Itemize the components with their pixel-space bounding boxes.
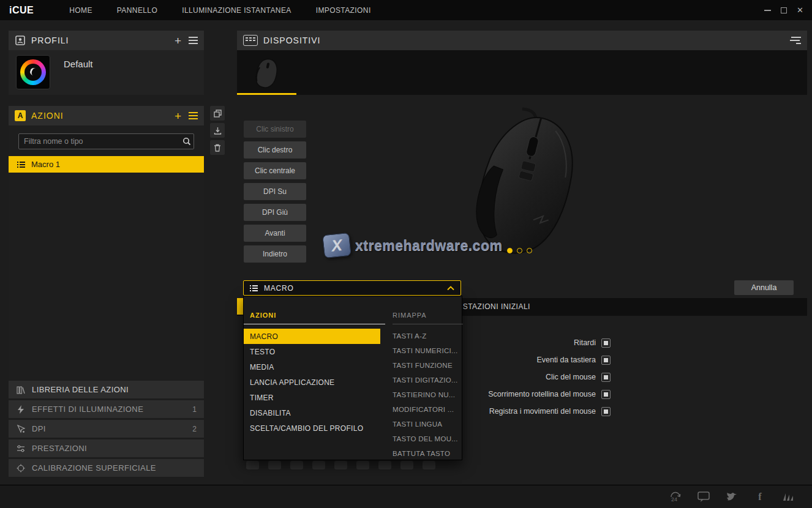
btn-avanti[interactable]: Avanti <box>244 225 306 242</box>
action-type-select[interactable]: MACRO <box>243 280 461 296</box>
device-image <box>450 107 603 262</box>
section-label: PRESTAZIONI <box>32 444 87 453</box>
actions-badge-icon: A <box>15 110 26 121</box>
btn-dpi-giu[interactable]: DPI Giù <box>244 204 306 221</box>
tab-mouse-device[interactable] <box>237 50 296 95</box>
option-tasti-a-z[interactable]: TASTI A-Z <box>393 329 463 343</box>
macro-toolbar-button[interactable] <box>334 461 347 469</box>
view-dot-3[interactable] <box>527 248 532 253</box>
nav-home[interactable]: HOME <box>69 6 92 15</box>
actions-menu-icon[interactable] <box>189 112 198 119</box>
action-type-dropdown-popup: AZIONI RIMAPPA MACRO TESTO MEDIA LANCIA … <box>243 296 462 460</box>
option-tasti-numerici[interactable]: TASTI NUMERICI... <box>393 343 463 358</box>
nav-impostazioni[interactable]: IMPOSTAZIONI <box>316 6 371 15</box>
eventi-da-tastiera-checkbox[interactable] <box>601 356 611 365</box>
option-tasti-funzione[interactable]: TASTI FUNZIONE <box>393 358 463 373</box>
rimappa-column-header: RIMAPPA <box>393 312 427 319</box>
top-navigation: HOME PANNELLO ILLUMINAZIONE ISTANTANEA I… <box>69 6 370 15</box>
option-lancia-applicazione[interactable]: LANCIA APPLICAZIONE <box>244 375 380 390</box>
ritardi-checkbox[interactable] <box>601 338 611 348</box>
option-tasto-del-mouse[interactable]: TASTO DEL MOU... <box>393 431 463 446</box>
rimappa-options: TASTI A-Z TASTI NUMERICI... TASTI FUNZIO… <box>393 329 463 461</box>
profiles-list: Default <box>9 50 204 95</box>
macro-toolbar-button[interactable] <box>400 461 413 469</box>
macro-toolbar-button[interactable] <box>290 461 303 469</box>
macro-toolbar-button[interactable] <box>423 461 435 469</box>
macro-toolbar <box>246 461 435 469</box>
add-action-icon[interactable]: + <box>175 110 181 122</box>
section-label: DPI <box>32 424 46 433</box>
actions-filter-input[interactable] <box>19 137 179 146</box>
mouse-image <box>450 107 603 260</box>
action-item-macro-1[interactable]: Macro 1 <box>9 156 204 173</box>
option-scelta-cambio-profilo[interactable]: SCELTA/CAMBIO DEL PROFILO <box>244 420 380 436</box>
btn-indietro[interactable]: Indietro <box>244 245 306 263</box>
option-testo[interactable]: TESTO <box>244 344 380 359</box>
btn-dpi-su[interactable]: DPI Su <box>244 183 306 200</box>
button-assignment-list: Clic sinistro Clic destro Clic centrale … <box>244 121 306 263</box>
section-calibrazione-superficiale[interactable]: CALIBRAZIONE SUPERFICIALE <box>9 459 204 477</box>
delete-action-button[interactable] <box>210 140 225 155</box>
search-icon[interactable] <box>179 136 194 146</box>
copy-action-button[interactable] <box>210 106 225 121</box>
profiles-menu-icon[interactable] <box>189 37 198 44</box>
profile-name[interactable]: Default <box>64 59 93 69</box>
btn-clic-centrale[interactable]: Clic centrale <box>244 162 306 179</box>
corsair-sails-icon[interactable] <box>781 490 795 504</box>
btn-clic-destro[interactable]: Clic destro <box>244 141 306 159</box>
view-dot-1[interactable] <box>507 248 513 253</box>
scorrimento-rotellina-checkbox[interactable] <box>601 390 611 399</box>
profile-avatar[interactable] <box>16 55 50 89</box>
lightning-icon <box>16 405 26 414</box>
option-timer[interactable]: TIMER <box>244 390 380 405</box>
option-tasti-digitazione[interactable]: TASTI DIGITAZIO... <box>393 373 463 387</box>
social-links: 24 f <box>669 490 795 504</box>
macro-toolbar-button[interactable] <box>356 461 369 469</box>
profile-logo-ring <box>20 59 46 85</box>
mouse-thumbnail <box>250 56 284 89</box>
macro-toolbar-button[interactable] <box>378 461 391 469</box>
registra-movimenti-checkbox[interactable] <box>601 407 611 416</box>
option-modificatori[interactable]: MODIFICATORI ... <box>393 402 463 417</box>
devices-sort-icon[interactable] <box>791 37 801 44</box>
updates-24-icon[interactable]: 24 <box>669 490 682 504</box>
trash-icon <box>214 144 221 152</box>
clic-del-mouse-checkbox[interactable] <box>601 373 611 382</box>
option-tasti-lingua[interactable]: TASTI LINGUA <box>393 417 463 431</box>
macro-toolbar-button[interactable] <box>246 461 259 469</box>
profile-card-icon <box>15 35 26 46</box>
azioni-options: MACRO TESTO MEDIA LANCIA APPLICAZIONE TI… <box>244 329 380 436</box>
minimize-icon[interactable] <box>764 10 771 11</box>
view-dot-2[interactable] <box>517 248 522 253</box>
option-battuta-tasto[interactable]: BATTUTA TASTO <box>393 446 463 461</box>
option-macro[interactable]: MACRO <box>244 329 380 344</box>
option-tastierino-numerico[interactable]: TASTIERINO NU... <box>393 387 463 402</box>
chevron-up-icon[interactable] <box>447 283 454 293</box>
section-dpi[interactable]: DPI 2 <box>9 420 204 438</box>
btn-clic-sinistro: Clic sinistro <box>244 121 306 138</box>
maximize-icon[interactable] <box>781 7 787 13</box>
add-profile-icon[interactable]: + <box>175 35 181 47</box>
record-option-label: Eventi da tastiera <box>536 356 596 364</box>
actions-filter-box <box>18 133 194 149</box>
facebook-icon[interactable]: f <box>753 490 767 504</box>
macro-toolbar-button[interactable] <box>268 461 281 469</box>
nav-illuminazione-istantanea[interactable]: ILLUMINAZIONE ISTANTANEA <box>182 6 291 15</box>
chat-icon[interactable] <box>697 490 710 504</box>
close-icon[interactable]: ✕ <box>797 6 803 14</box>
device-tabstrip <box>237 50 807 95</box>
twitter-icon[interactable] <box>725 490 739 504</box>
option-media[interactable]: MEDIA <box>244 359 380 375</box>
dropdown-column-rimappa-header: RIMAPPA <box>393 296 463 324</box>
section-libreria-delle-azioni[interactable]: LIBRERIA DELLE AZIONI <box>9 381 204 398</box>
svg-text:24: 24 <box>671 496 677 502</box>
section-prestazioni[interactable]: PRESTAZIONI <box>9 439 204 457</box>
cursor-dpi-icon <box>16 424 26 434</box>
macro-toolbar-button[interactable] <box>312 461 325 469</box>
nav-pannello[interactable]: PANNELLO <box>117 6 157 15</box>
section-effetti-di-illuminazione[interactable]: EFFETTI DI ILLUMINAZIONE 1 <box>9 400 204 418</box>
option-disabilita[interactable]: DISABILITA <box>244 405 380 420</box>
import-action-button[interactable] <box>210 123 225 138</box>
cancel-button[interactable]: Annulla <box>734 280 794 295</box>
statusbar: 24 f <box>0 485 812 508</box>
